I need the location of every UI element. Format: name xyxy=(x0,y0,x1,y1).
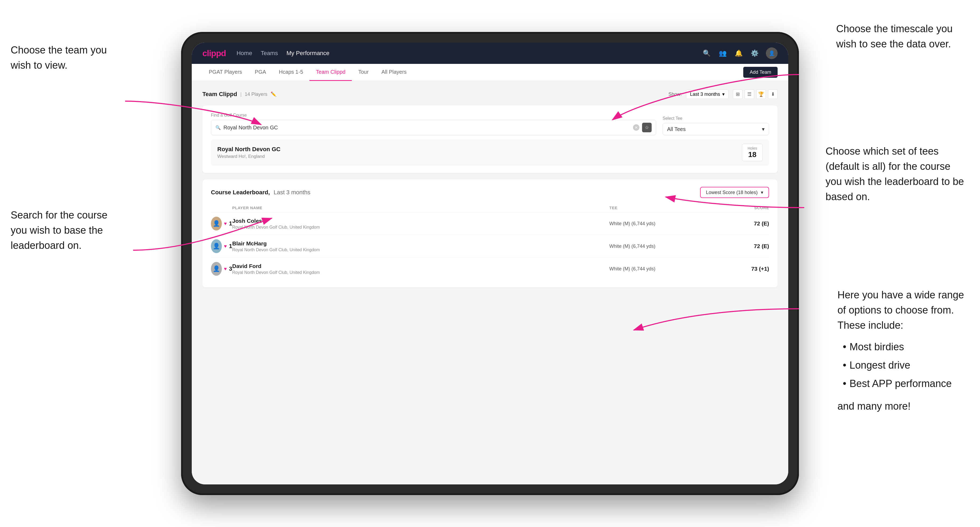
people-icon[interactable]: 👥 xyxy=(718,48,727,58)
main-content: Team Clippd | 14 Players ✏️ Show: Last 3… xyxy=(192,81,788,484)
search-icon[interactable]: 🔍 xyxy=(702,48,711,58)
sub-nav-all-players[interactable]: All Players xyxy=(375,64,413,81)
leaderboard-title: Course Leaderboard, Last 3 months xyxy=(211,189,310,196)
annotation-top-left: Choose the team you wish to view. xyxy=(11,43,112,73)
score-selector-dropdown[interactable]: Lowest Score (18 holes) ▾ xyxy=(700,187,769,198)
player-cell-3: David Ford Royal North Devon Golf Club, … xyxy=(232,263,609,275)
col-header-score: SCORE xyxy=(716,205,769,210)
holes-badge: Holes 18 xyxy=(742,144,763,161)
col-header-player: PLAYER NAME xyxy=(232,205,609,210)
download-button[interactable]: ⬇ xyxy=(768,89,778,99)
course-info: Royal North Devon GC Westward Ho!, Engla… xyxy=(217,146,280,159)
team-title: Team Clippd | 14 Players ✏️ xyxy=(202,91,277,98)
player-avatar-3: 👤 xyxy=(211,262,222,276)
favorite-button[interactable]: ☆ xyxy=(642,123,652,132)
tee-cell-3: White (M) (6,744 yds) xyxy=(609,266,716,272)
player-avatar-2: 👤 xyxy=(211,239,222,253)
tablet-screen: clippd Home Teams My Performance 🔍 👥 🔔 ⚙… xyxy=(192,43,788,484)
logo: clippd xyxy=(202,48,226,58)
annotation-right-tees: Choose which set of tees (default is all… xyxy=(826,144,964,205)
table-row: 👤 ♥ 1 Josh Coles Royal North Devon Golf … xyxy=(211,213,769,235)
score-cell-2: 72 (E) xyxy=(716,243,769,249)
chevron-down-icon: ▾ xyxy=(722,91,725,97)
table-row: 👤 ♥ 3 David Ford Royal North Devon Golf … xyxy=(211,258,769,280)
table-header: PLAYER NAME TEE SCORE xyxy=(211,203,769,213)
team-header: Team Clippd | 14 Players ✏️ Show: Last 3… xyxy=(202,89,778,99)
bullet-point: • xyxy=(843,339,846,354)
annotation-middle-left: Search for the course you wish to base t… xyxy=(11,208,123,253)
score-cell-1: 72 (E) xyxy=(716,221,769,227)
bullet-point: • xyxy=(843,358,846,373)
settings-icon[interactable]: ⚙️ xyxy=(750,48,759,58)
nav-right-icons: 🔍 👥 🔔 ⚙️ 👤 xyxy=(702,48,778,59)
view-toggle-icons: ⊞ ☰ 🏆 ⬇ xyxy=(733,89,778,99)
tee-selector[interactable]: All Tees ▾ xyxy=(663,123,769,135)
list-view-button[interactable]: ☰ xyxy=(745,89,754,99)
search-input-wrapper: 🔍 ✕ ☆ xyxy=(211,120,656,135)
col-header-tee: TEE xyxy=(609,205,716,210)
sub-nav-hcaps[interactable]: Hcaps 1-5 xyxy=(272,64,309,81)
score-selector-chevron: ▾ xyxy=(761,189,763,195)
show-label: Show: xyxy=(668,92,682,97)
nav-home[interactable]: Home xyxy=(237,50,252,57)
leaderboard-card: Course Leaderboard, Last 3 months Lowest… xyxy=(202,179,778,287)
search-card: Find a Golf Course 🔍 ✕ ☆ Select Tee All … xyxy=(202,105,778,173)
navigation-bar: clippd Home Teams My Performance 🔍 👥 🔔 ⚙… xyxy=(192,43,788,64)
heart-icon-1[interactable]: ♥ xyxy=(224,221,227,227)
find-course-label: Find a Golf Course xyxy=(211,113,656,117)
rank-cell-3: 👤 ♥ 3 xyxy=(211,262,232,276)
sub-nav-tour[interactable]: Tour xyxy=(352,64,375,81)
sub-navigation: PGAT Players PGA Hcaps 1-5 Team Clippd T… xyxy=(192,64,788,81)
tee-chevron-icon: ▾ xyxy=(762,126,765,132)
course-result: Royal North Devon GC Westward Ho!, Engla… xyxy=(211,140,769,165)
tablet-frame: clippd Home Teams My Performance 🔍 👥 🔔 ⚙… xyxy=(181,32,799,495)
annotation-top-right: Choose the timescale you wish to see the… xyxy=(836,21,964,52)
tee-cell-1: White (M) (6,744 yds) xyxy=(609,221,716,227)
course-search-input[interactable] xyxy=(223,125,630,131)
heart-icon-2[interactable]: ♥ xyxy=(224,243,227,249)
clear-search-button[interactable]: ✕ xyxy=(633,124,640,131)
bell-icon[interactable]: 🔔 xyxy=(734,48,743,58)
col-header-rank xyxy=(211,205,232,210)
search-row: Find a Golf Course 🔍 ✕ ☆ Select Tee All … xyxy=(211,113,769,135)
nav-my-performance[interactable]: My Performance xyxy=(286,50,329,57)
select-tee-label: Select Tee xyxy=(663,116,769,121)
rank-cell-2: 👤 ♥ 1 xyxy=(211,239,232,253)
table-row: 👤 ♥ 1 Blair McHarg Royal North Devon Gol… xyxy=(211,235,769,258)
grid-view-button[interactable]: ⊞ xyxy=(733,89,743,99)
edit-icon[interactable]: ✏️ xyxy=(270,91,277,97)
search-magnifier-icon: 🔍 xyxy=(215,125,221,130)
score-cell-3: 73 (+1) xyxy=(716,266,769,272)
annotation-bottom-right: Here you have a wide range of options to… xyxy=(838,287,964,414)
player-avatar-1: 👤 xyxy=(211,217,222,230)
leaderboard-header: Course Leaderboard, Last 3 months Lowest… xyxy=(211,187,769,198)
sub-nav-pga[interactable]: PGA xyxy=(248,64,272,81)
trophy-view-button[interactable]: 🏆 xyxy=(756,89,766,99)
rank-cell-1: 👤 ♥ 1 xyxy=(211,217,232,230)
sub-nav-team-clippd[interactable]: Team Clippd xyxy=(309,64,352,81)
time-period-selector[interactable]: Last 3 months ▾ xyxy=(686,89,729,99)
bullet-point: • xyxy=(843,376,846,391)
add-team-button[interactable]: Add Team xyxy=(743,67,778,78)
leaderboard-table: PLAYER NAME TEE SCORE 👤 ♥ 1 J xyxy=(211,203,769,280)
user-avatar[interactable]: 👤 xyxy=(766,48,778,59)
team-controls: Show: Last 3 months ▾ ⊞ ☰ 🏆 ⬇ xyxy=(668,89,778,99)
player-cell-1: Josh Coles Royal North Devon Golf Club, … xyxy=(232,218,609,230)
tee-cell-2: White (M) (6,744 yds) xyxy=(609,243,716,249)
nav-teams[interactable]: Teams xyxy=(261,50,278,57)
course-search-section: Find a Golf Course 🔍 ✕ ☆ xyxy=(211,113,656,135)
heart-icon-3[interactable]: ♥ xyxy=(224,266,227,272)
sub-nav-pgat[interactable]: PGAT Players xyxy=(202,64,248,81)
tee-select-section: Select Tee All Tees ▾ xyxy=(663,116,769,135)
nav-links: Home Teams My Performance xyxy=(237,50,329,57)
player-cell-2: Blair McHarg Royal North Devon Golf Club… xyxy=(232,240,609,252)
